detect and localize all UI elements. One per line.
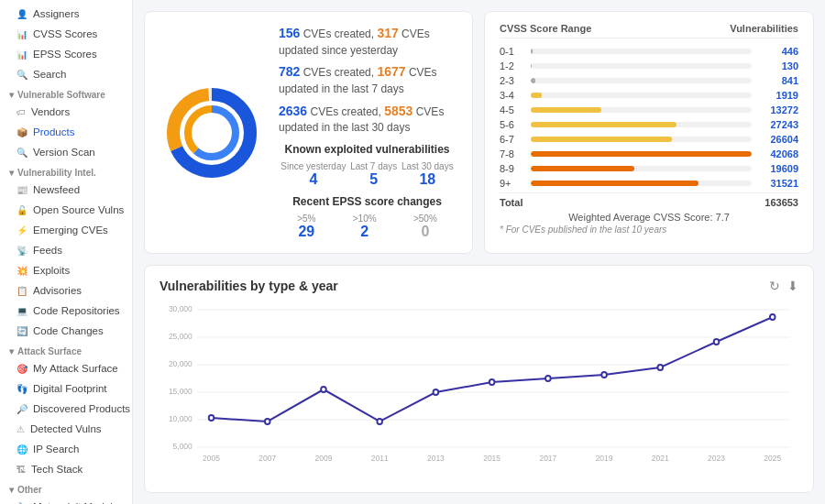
exploit-yesterday: Since yesterday 4 bbox=[280, 161, 346, 188]
sidebar-item-exploits[interactable]: 💥 Exploits bbox=[0, 260, 132, 280]
svg-point-35 bbox=[545, 376, 551, 381]
cvss-bar bbox=[531, 166, 634, 171]
cvss-row: 4-5 13272 bbox=[500, 103, 798, 117]
exploit-last30: Last 30 days 18 bbox=[402, 161, 454, 188]
chart-actions: ↻ ⬇ bbox=[769, 279, 798, 293]
vendors-icon: 🏷 bbox=[16, 107, 26, 117]
stat-yesterday: 156 CVEs created, 317 CVEsupdated since … bbox=[279, 25, 456, 58]
exploits-title: Known exploited vulnerabilities bbox=[279, 143, 456, 156]
svg-text:2023: 2023 bbox=[708, 454, 725, 463]
svg-point-31 bbox=[321, 387, 326, 392]
svg-text:2025: 2025 bbox=[764, 454, 781, 463]
epss-row: >5% 29 >10% 2 >50% 0 bbox=[279, 214, 456, 240]
svg-text:2019: 2019 bbox=[596, 454, 613, 463]
section-vulnerable-software: ▾Vulnerable Software bbox=[0, 84, 132, 102]
sidebar-item-search[interactable]: 🔍 Search bbox=[0, 64, 132, 84]
sidebar-item-assigners[interactable]: 👤 Assigners bbox=[0, 4, 132, 24]
top-row: 156 CVEs created, 317 CVEsupdated since … bbox=[144, 11, 814, 254]
cvss-bar-wrap bbox=[531, 49, 752, 54]
cvss-bar bbox=[531, 137, 672, 142]
sidebar-item-version-scan[interactable]: 🔍 Version Scan bbox=[0, 142, 132, 162]
svg-point-37 bbox=[657, 365, 663, 370]
download-button[interactable]: ⬇ bbox=[787, 279, 798, 293]
section-attack-surface: ▾Attack Surface bbox=[0, 341, 132, 358]
cvss-weighted-avg: Weighted Average CVSS Score: 7.7 bbox=[500, 212, 798, 223]
svg-text:2015: 2015 bbox=[483, 454, 500, 463]
cvss-bar-wrap bbox=[531, 93, 752, 98]
main-content: 156 CVEs created, 317 CVEsupdated since … bbox=[133, 0, 825, 504]
svg-text:2021: 2021 bbox=[652, 454, 669, 463]
donut-chart bbox=[161, 82, 262, 183]
sidebar-item-feeds[interactable]: 📡 Feeds bbox=[0, 240, 132, 260]
cvss-rows: 0-1 446 1-2 130 2-3 841 3-4 1919 4-5 bbox=[500, 44, 798, 191]
sidebar-item-code-repos[interactable]: 💻 Code Repositories bbox=[0, 301, 132, 321]
cvss-row: 2-3 841 bbox=[500, 73, 798, 88]
cvss-row: 1-2 130 bbox=[500, 59, 798, 73]
cvss-card: CVSS Score Range Vulnerabilities 0-1 446… bbox=[484, 11, 814, 254]
svg-point-33 bbox=[434, 389, 439, 395]
cvss-bar-wrap bbox=[531, 137, 752, 142]
sidebar-item-ip-search[interactable]: 🌐 IP Search bbox=[0, 439, 132, 459]
cvss-bar-wrap bbox=[531, 78, 752, 83]
svg-text:15,000: 15,000 bbox=[169, 387, 192, 396]
svg-text:2013: 2013 bbox=[427, 454, 445, 463]
discovered-products-icon: 🔎 bbox=[16, 404, 28, 414]
sidebar-item-cvss-scores[interactable]: 📊 CVSS Scores bbox=[0, 24, 132, 44]
stats-card: 156 CVEs created, 317 CVEsupdated since … bbox=[144, 11, 473, 254]
svg-text:2017: 2017 bbox=[539, 454, 556, 463]
epss-50pct: >50% 0 bbox=[413, 214, 437, 240]
my-attack-icon: 🎯 bbox=[16, 364, 28, 374]
stats-text: 156 CVEs created, 317 CVEsupdated since … bbox=[279, 25, 456, 240]
epss-10pct: >10% 2 bbox=[353, 214, 377, 240]
sidebar-item-my-attack[interactable]: 🎯 My Attack Surface bbox=[0, 358, 132, 378]
sidebar-item-emerging[interactable]: ⚡ Emerging CVEs bbox=[0, 220, 132, 240]
section-vuln-intel: ▾Vulnerability Intel. bbox=[0, 162, 132, 180]
detected-vulns-icon: ⚠ bbox=[16, 424, 25, 434]
cvss-bar-wrap bbox=[531, 151, 752, 157]
sidebar-item-detected-vulns[interactable]: ⚠ Detected Vulns bbox=[0, 419, 132, 439]
sidebar-item-vendors[interactable]: 🏷 Vendors bbox=[0, 102, 132, 122]
cvss-note: * For CVEs published in the last 10 year… bbox=[500, 225, 798, 235]
cvss-bar bbox=[531, 122, 676, 127]
svg-text:2007: 2007 bbox=[258, 454, 276, 463]
version-scan-icon: 🔍 bbox=[16, 148, 28, 158]
sidebar-item-discovered-products[interactable]: 🔎 Discovered Products bbox=[0, 399, 132, 419]
cvss-bar bbox=[531, 151, 752, 157]
sidebar-item-advisories[interactable]: 📋 Advisories bbox=[0, 280, 132, 301]
sidebar-item-epss-scores[interactable]: 📊 EPSS Scores bbox=[0, 44, 132, 64]
feeds-icon: 📡 bbox=[16, 246, 28, 256]
sidebar-item-tech-stack[interactable]: 🏗 Tech Stack bbox=[0, 459, 132, 479]
refresh-button[interactable]: ↻ bbox=[769, 279, 780, 293]
code-changes-icon: 🔄 bbox=[16, 326, 28, 336]
sidebar-item-metasploit[interactable]: 🔧 Metasploit Modules bbox=[0, 497, 132, 504]
svg-point-38 bbox=[714, 339, 720, 345]
ip-search-icon: 🌐 bbox=[16, 444, 28, 455]
stat-last7: 782 CVEs created, 1677 CVEsupdated in th… bbox=[279, 63, 456, 96]
sidebar-item-products[interactable]: 📦 Products bbox=[0, 122, 132, 142]
exploits-section: Known exploited vulnerabilities Since ye… bbox=[279, 143, 456, 188]
tech-stack-icon: 🏗 bbox=[16, 465, 26, 475]
stat-last30: 2636 CVEs created, 5853 CVEs updated in … bbox=[279, 103, 456, 136]
svg-text:2011: 2011 bbox=[371, 454, 389, 463]
assigners-icon: 👤 bbox=[16, 9, 28, 19]
cvss-row: 8-9 19609 bbox=[500, 161, 798, 176]
epss-5pct: >5% 29 bbox=[297, 214, 315, 240]
exploits-icon: 💥 bbox=[16, 266, 28, 276]
cvss-icon: 📊 bbox=[16, 29, 28, 39]
sidebar-item-digital-footprint[interactable]: 👣 Digital Footprint bbox=[0, 378, 132, 399]
svg-point-34 bbox=[490, 379, 495, 385]
cvss-bar bbox=[531, 93, 542, 98]
cvss-row: 7-8 42068 bbox=[500, 147, 798, 161]
cvss-bar-wrap bbox=[531, 107, 752, 113]
sidebar-item-newsfeed[interactable]: 📰 Newsfeed bbox=[0, 180, 132, 200]
line-chart: 30,000 25,000 20,000 15,000 10,000 5,000… bbox=[160, 301, 798, 466]
sidebar-item-code-changes[interactable]: 🔄 Code Changes bbox=[0, 321, 132, 341]
digital-footprint-icon: 👣 bbox=[16, 384, 28, 394]
sidebar-item-open-source[interactable]: 🔓 Open Source Vulns bbox=[0, 200, 132, 220]
cvss-bar-wrap bbox=[531, 166, 752, 171]
cvss-bar bbox=[531, 78, 535, 83]
emerging-icon: ⚡ bbox=[16, 225, 28, 236]
epss-title: Recent EPSS score changes bbox=[279, 195, 456, 208]
svg-text:2005: 2005 bbox=[203, 454, 220, 463]
cvss-bar bbox=[531, 49, 533, 54]
